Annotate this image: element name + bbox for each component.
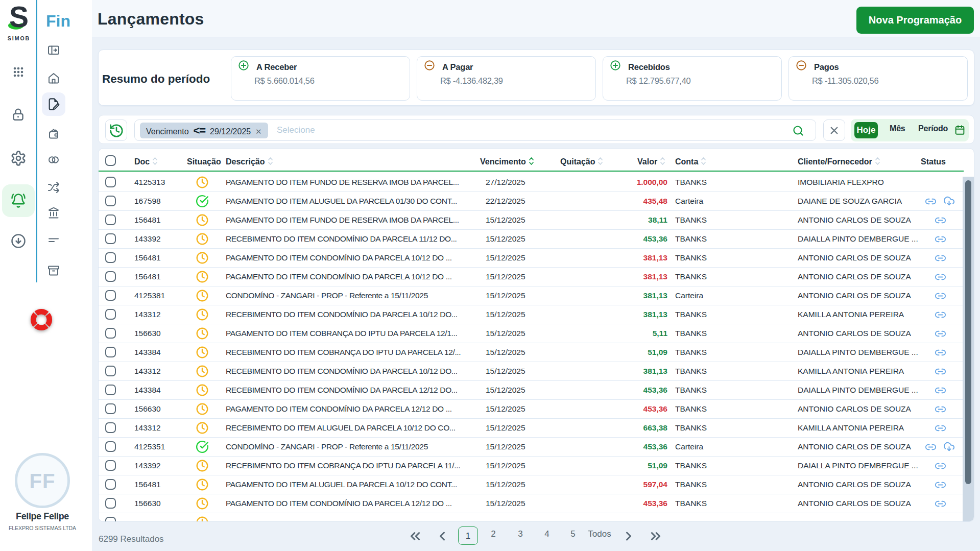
svg-text:S: S xyxy=(9,4,29,33)
